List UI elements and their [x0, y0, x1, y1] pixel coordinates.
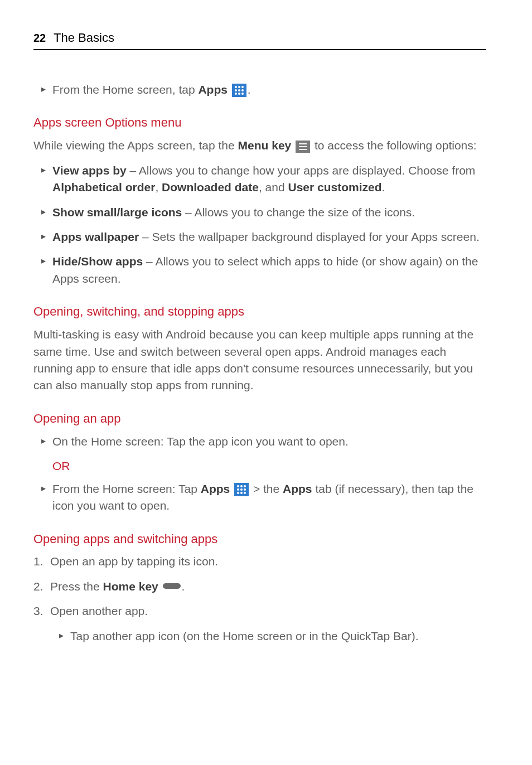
- list-item: On the Home screen: Tap the app icon you…: [33, 433, 486, 450]
- bold-text: Apps: [201, 482, 230, 495]
- svg-point-1: [238, 86, 240, 88]
- bold-text: Alphabetical order: [52, 181, 155, 193]
- svg-point-9: [237, 485, 239, 487]
- apps-grid-icon: [232, 84, 246, 97]
- or-label: OR: [52, 458, 486, 475]
- text: .: [382, 181, 385, 193]
- svg-point-7: [238, 93, 240, 95]
- bold-text: User customized: [288, 181, 381, 193]
- bold-text: Home key: [103, 580, 158, 593]
- text: Press the: [50, 580, 103, 593]
- svg-point-2: [241, 86, 244, 88]
- bold-text: Apps wallpaper: [52, 230, 139, 243]
- heading-open-switch: Opening apps and switching apps: [33, 530, 486, 548]
- list-item: From the Home screen: Tap Apps > the App…: [33, 481, 486, 515]
- bold-text: Apps: [198, 83, 228, 96]
- svg-point-14: [244, 488, 246, 491]
- paragraph: Multi-tasking is easy with Android becau…: [33, 326, 486, 394]
- page-header: 22 The Basics: [33, 29, 486, 50]
- paragraph: While viewing the Apps screen, tap the M…: [33, 137, 486, 154]
- text: – Sets the wallpaper background displaye…: [139, 230, 480, 243]
- intro-list: From the Home screen, tap Apps .: [33, 81, 486, 98]
- bold-text: View apps by: [52, 164, 127, 177]
- svg-point-4: [238, 89, 240, 91]
- switch-steps: Open an app by tapping its icon. Press t…: [33, 553, 486, 619]
- svg-point-3: [235, 89, 237, 91]
- text: From the Home screen, tap: [52, 83, 198, 96]
- svg-point-6: [235, 93, 237, 95]
- text: .: [182, 580, 185, 593]
- svg-point-16: [240, 492, 243, 494]
- svg-point-10: [240, 485, 243, 487]
- svg-point-5: [241, 89, 244, 91]
- apps-grid-icon: [234, 483, 249, 496]
- svg-point-17: [244, 492, 246, 494]
- list-item: Apps wallpaper – Sets the wallpaper back…: [33, 229, 486, 245]
- open-app-list-2: From the Home screen: Tap Apps > the App…: [33, 481, 486, 515]
- svg-point-11: [244, 485, 246, 487]
- step-item: Open another app.: [33, 603, 486, 619]
- bold-text: Menu key: [238, 139, 292, 152]
- step-item: Open an app by tapping its icon.: [33, 553, 486, 570]
- heading-open-switch-stop: Opening, switching, and stopping apps: [33, 303, 486, 321]
- heading-apps-options: Apps screen Options menu: [33, 114, 486, 132]
- menu-key-icon: [296, 141, 310, 153]
- home-key-icon: [163, 583, 181, 589]
- list-item: Hide/Show apps – Allows you to select wh…: [33, 253, 486, 287]
- page-number: 22: [33, 32, 46, 44]
- options-list: View apps by – Allows you to change how …: [33, 162, 486, 288]
- svg-point-0: [235, 86, 237, 88]
- text: > the: [250, 482, 283, 495]
- text: – Allows you to change the size of the i…: [182, 206, 415, 219]
- list-item: Tap another app icon (on the Home screen…: [33, 628, 486, 645]
- text: While viewing the Apps screen, tap the: [33, 139, 238, 152]
- bold-text: Show small/large icons: [52, 206, 182, 219]
- bold-text: Hide/Show apps: [52, 255, 143, 268]
- text: From the Home screen: Tap: [52, 482, 201, 495]
- text: to access the following options:: [315, 139, 477, 152]
- svg-point-15: [237, 492, 239, 494]
- list-item: View apps by – Allows you to change how …: [33, 162, 486, 196]
- text: , and: [259, 181, 288, 193]
- heading-opening-app: Opening an app: [33, 410, 486, 428]
- open-app-list: On the Home screen: Tap the app icon you…: [33, 433, 486, 450]
- list-item: Show small/large icons – Allows you to c…: [33, 204, 486, 221]
- text: – Allows you to change how your apps are…: [127, 164, 476, 177]
- step-item: Press the Home key .: [33, 578, 486, 595]
- svg-point-12: [237, 488, 239, 491]
- section-title: The Basics: [54, 31, 114, 45]
- bold-text: Apps: [283, 482, 312, 495]
- svg-point-8: [241, 93, 244, 95]
- intro-bullet: From the Home screen, tap Apps .: [33, 81, 486, 98]
- sub-list: Tap another app icon (on the Home screen…: [33, 628, 486, 645]
- text: .: [248, 83, 251, 96]
- bold-text: Downloaded date: [162, 181, 259, 193]
- document-page: 22 The Basics From the Home screen, tap …: [0, 0, 532, 686]
- svg-point-13: [240, 488, 243, 491]
- text: ,: [155, 181, 162, 193]
